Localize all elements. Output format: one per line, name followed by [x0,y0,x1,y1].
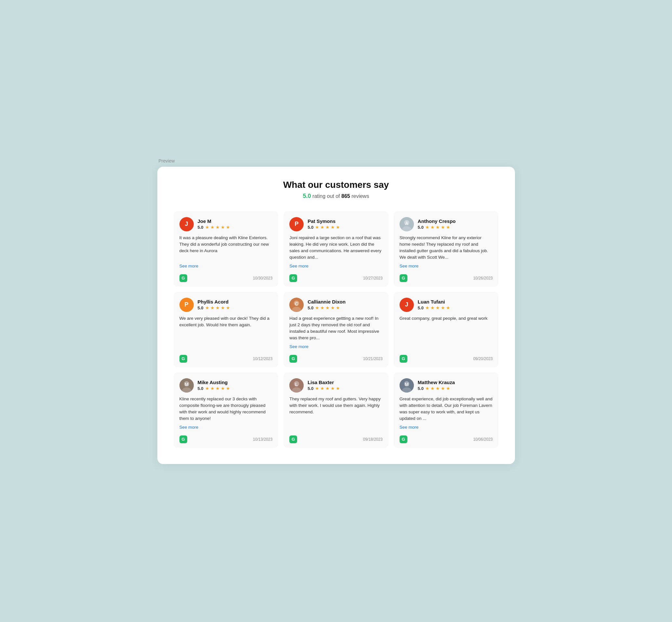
see-more-link[interactable]: See more [289,264,383,269]
see-more-link[interactable]: See more [289,344,383,349]
avatar: A [400,217,414,231]
review-text: They replaced my roof and gutters. Very … [289,396,383,430]
reviewer-header: A Anthony Crespo 5.0★★★★★ [400,217,493,231]
stars: 5.0★★★★★ [308,305,345,310]
review-footer: G 10/30/2023 [179,272,273,282]
star-icon: ★ [446,305,450,310]
avatar: M [400,378,414,392]
star-icon: ★ [326,386,330,391]
avatar: C [289,298,304,312]
svg-text:A: A [405,221,408,226]
rating-score: 5.0 [198,306,203,310]
rating-summary: 5.0 rating out of 865 reviews [174,193,499,200]
review-text: It was a pleasure dealing with Kline Ext… [179,235,273,261]
stars: 5.0★★★★★ [198,305,230,310]
star-icon: ★ [331,386,335,391]
review-date: 09/20/2023 [473,356,493,361]
review-date: 10/12/2023 [253,356,272,361]
review-text: Great experience, did job exceptionally … [400,396,493,422]
star-icon: ★ [431,224,435,230]
avatar: J [400,298,414,312]
star-icon: ★ [226,305,230,310]
see-more-link[interactable]: See more [400,425,493,429]
review-footer: G 10/06/2023 [400,433,493,443]
reviewer-info: Lisa Baxter 5.0★★★★★ [308,380,340,391]
star-icon: ★ [315,305,319,310]
rating-score: 5.0 [308,306,313,310]
reviewer-info: Phyllis Acord 5.0★★★★★ [198,299,230,310]
stars: 5.0★★★★★ [418,224,456,230]
reviewer-info: Calliannie Dixon 5.0★★★★★ [308,299,345,310]
star-icon: ★ [315,224,319,230]
star-icon: ★ [436,305,440,310]
star-icon: ★ [210,224,214,230]
reviewer-info: Pat Symons 5.0★★★★★ [308,218,340,230]
star-icon: ★ [441,305,445,310]
reviewer-info: Matthew Krauza 5.0★★★★★ [418,380,455,391]
star-icon: ★ [205,305,209,310]
star-icon: ★ [331,305,335,310]
review-text: Great company, great people, and great w… [400,315,493,350]
review-date: 10/06/2023 [473,437,493,442]
reviewer-name: Anthony Crespo [418,218,456,224]
star-icon: ★ [446,386,450,391]
star-icon: ★ [425,224,430,230]
star-icon: ★ [431,305,435,310]
star-icon: ★ [320,386,325,391]
platform-icon: G [289,436,297,443]
star-icon: ★ [425,386,430,391]
review-text: We are very pleased with our deck! They … [179,315,273,350]
review-card: C Calliannie Dixon 5.0★★★★★ Had a great … [283,292,389,367]
review-footer: G 09/20/2023 [400,352,493,363]
star-icon: ★ [436,386,440,391]
platform-icon: G [400,436,407,443]
rating-text: rating out of [312,193,340,199]
star-icon: ★ [320,305,325,310]
stars: 5.0★★★★★ [198,224,230,230]
rating-score: 5.0 [418,386,424,391]
reviewer-header: J Luan Tufani 5.0★★★★★ [400,298,493,312]
review-card: J Luan Tufani 5.0★★★★★ Great company, gr… [394,292,499,367]
review-suffix: reviews [351,193,369,199]
star-icon: ★ [221,224,225,230]
platform-icon: G [179,436,187,443]
see-more-link[interactable]: See more [179,425,273,429]
star-icon: ★ [315,386,319,391]
star-icon: ★ [431,386,435,391]
overall-rating: 5.0 [303,193,311,199]
svg-text:C: C [295,301,298,306]
review-date: 10/21/2023 [363,356,383,361]
review-card: J Joe M 5.0★★★★★ It was a pleasure deali… [174,211,279,287]
star-icon: ★ [226,224,230,230]
star-icon: ★ [441,224,445,230]
star-icon: ★ [205,224,209,230]
review-footer: G 09/18/2023 [289,433,383,443]
reviewer-name: Matthew Krauza [418,380,455,385]
star-icon: ★ [215,305,220,310]
stars: 5.0★★★★★ [418,305,450,310]
avatar: L [289,378,304,392]
star-icon: ★ [446,224,450,230]
star-icon: ★ [226,386,230,391]
review-footer: G 10/27/2023 [289,272,383,282]
reviewer-name: Pat Symons [308,218,340,224]
stars: 5.0★★★★★ [198,386,230,391]
review-footer: G 10/13/2023 [179,433,273,443]
review-card: A Anthony Crespo 5.0★★★★★ Strongly recom… [394,211,499,287]
see-more-link[interactable]: See more [400,264,493,269]
preview-label: Preview [157,158,515,164]
review-footer: G 10/26/2023 [400,272,493,282]
see-more-link[interactable]: See more [179,264,273,269]
star-icon: ★ [336,224,340,230]
reviewer-header: M Mike Austing 5.0★★★★★ [179,378,273,392]
platform-icon: G [179,355,187,363]
rating-score: 5.0 [198,225,203,230]
review-text: Strongly recommend Kline for any exterio… [400,235,493,261]
star-icon: ★ [221,386,225,391]
star-icon: ★ [215,224,220,230]
review-footer: G 10/12/2023 [179,352,273,363]
avatar: P [289,217,304,231]
reviewer-header: J Joe M 5.0★★★★★ [179,217,273,231]
reviews-grid: J Joe M 5.0★★★★★ It was a pleasure deali… [174,211,499,448]
header: What our customers say 5.0 rating out of… [174,180,499,200]
